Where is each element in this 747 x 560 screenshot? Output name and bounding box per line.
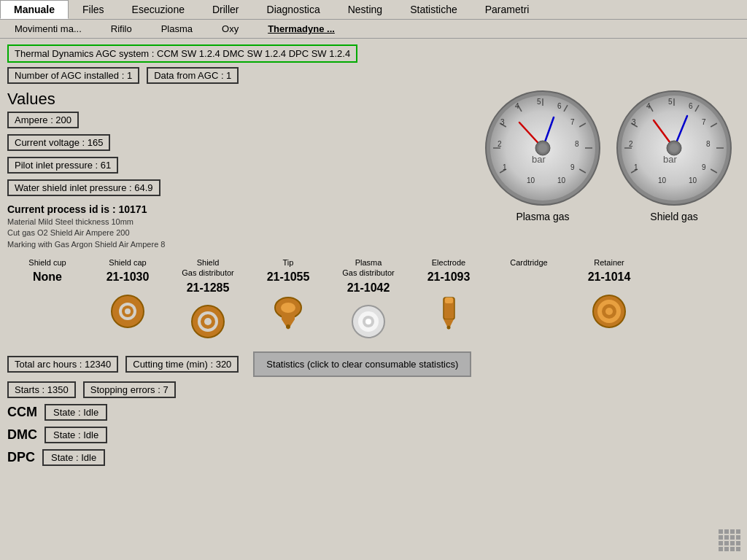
svg-text:1: 1 — [634, 163, 638, 171]
svg-text:1: 1 — [503, 163, 507, 171]
svg-rect-80 — [724, 529, 729, 534]
consumable-tip: Tip 21-1055 — [248, 257, 328, 344]
svg-rect-82 — [736, 529, 740, 534]
retainer-value: 21-1014 — [588, 271, 631, 284]
menu-diagnostica[interactable]: Diagnostica — [253, 0, 334, 19]
submenu-bar: Movimenti ma... Rifilo Plasma Oxy Therma… — [0, 20, 747, 39]
plasma-gas-icon — [347, 300, 390, 344]
svg-text:6: 6 — [557, 102, 562, 110]
svg-text:6: 6 — [689, 102, 693, 110]
svg-text:8: 8 — [575, 140, 579, 148]
main-content: Thermal Dynamics AGC system : CCM SW 1.2… — [0, 39, 747, 478]
svg-rect-72 — [445, 298, 453, 303]
submenu-thermadyne[interactable]: Thermadyne ... — [253, 21, 349, 36]
svg-text:3: 3 — [500, 118, 505, 126]
svg-text:5: 5 — [537, 98, 541, 106]
shield-gas-value: 21-1285 — [187, 281, 230, 295]
svg-rect-79 — [719, 529, 723, 534]
submenu-oxy[interactable]: Oxy — [207, 21, 253, 36]
process-id-text: Current process id is : 10171 — [7, 203, 470, 215]
consumable-shield-gas: Shield Gas distributor 21-1285 — [168, 257, 248, 344]
stopping-errors-box: Stopping errors : 7 — [83, 381, 176, 398]
tip-icon — [266, 289, 310, 333]
consumable-cardtridge: Cardtridge — [489, 257, 569, 344]
cardtridge-header: Cardtridge — [510, 257, 547, 268]
electrode-header: Electrode — [432, 257, 465, 268]
consumable-shield-cup: Shield cup None — [7, 257, 88, 344]
svg-point-65 — [281, 303, 295, 313]
menu-manuale[interactable]: Manuale — [0, 0, 69, 19]
svg-rect-92 — [724, 547, 729, 551]
svg-rect-84 — [724, 535, 729, 540]
svg-text:4: 4 — [646, 102, 651, 110]
grid-icon-container — [718, 529, 741, 554]
svg-text:7: 7 — [570, 118, 575, 126]
pilot-pressure-box: Pilot inlet pressure : 61 — [7, 157, 118, 174]
shield-gauge-container: 1 2 3 4 5 6 7 8 9 10 10 bar S — [616, 90, 732, 250]
menu-nesting[interactable]: Nesting — [334, 0, 396, 19]
svg-rect-94 — [736, 547, 740, 551]
svg-rect-81 — [730, 529, 735, 534]
shield-cup-icon — [26, 289, 69, 333]
svg-point-61 — [204, 318, 212, 325]
material-text: Material Mild Steel thickness 10mm — [7, 217, 470, 228]
shield-cap-header: Shield cap — [109, 257, 146, 268]
svg-rect-85 — [730, 535, 735, 540]
svg-text:2: 2 — [629, 140, 633, 148]
values-title: Values — [7, 90, 470, 109]
submenu-rifilo[interactable]: Rifilo — [96, 21, 147, 36]
menu-files[interactable]: Files — [69, 0, 118, 19]
marking-text: Marking with Gas Argon Shield Air Ampere… — [7, 239, 470, 250]
shield-gas-header: Shield Gas distributor — [182, 257, 234, 279]
svg-point-78 — [605, 308, 613, 315]
dmc-label: DMC — [7, 427, 37, 443]
submenu-plasma[interactable]: Plasma — [147, 21, 207, 36]
svg-point-57 — [125, 308, 131, 314]
clear-stats-button[interactable]: Statistics (click to clear consumable st… — [253, 351, 471, 377]
values-section: Values Ampere : 200 Current voltage : 16… — [7, 90, 740, 250]
states-section: CCM State : Idle DMC State : Idle DPC St… — [7, 404, 740, 466]
menu-statistiche[interactable]: Statistiche — [396, 0, 471, 19]
retainer-icon — [587, 289, 631, 333]
menu-esecuzione[interactable]: Esecuzione — [118, 0, 198, 19]
plasma-gauge-svg: 1 2 3 4 5 6 7 8 9 10 10 bar — [484, 90, 601, 206]
consumable-shield-cap: Shield cap 21-1030 — [88, 257, 168, 344]
svg-rect-91 — [719, 547, 723, 551]
dmc-state: State : Idle — [44, 427, 107, 443]
info-row: Number of AGC installed : 1 Data from AG… — [7, 67, 740, 84]
svg-point-26 — [539, 144, 546, 152]
water-shield-box: Water shield inlet pressure : 64.9 — [7, 179, 160, 196]
tip-value: 21-1055 — [267, 271, 310, 284]
menu-driller[interactable]: Driller — [198, 0, 253, 19]
svg-point-74 — [446, 325, 450, 329]
menu-parametri[interactable]: Parametri — [471, 0, 543, 19]
svg-rect-89 — [730, 541, 735, 545]
consumable-electrode: Electrode 21-1093 — [409, 257, 489, 344]
cardtridge-icon — [507, 276, 551, 320]
plasma-gauge-label: Plasma gas — [516, 211, 569, 222]
ccm-state: State : Idle — [44, 404, 107, 421]
svg-text:10: 10 — [689, 176, 697, 184]
plasma-gas-header: Plasma Gas distributor — [342, 257, 395, 279]
dpc-label: DPC — [7, 450, 35, 465]
consumables-grid: Shield cup None Shield cap 21-1030 Sh — [7, 257, 740, 344]
svg-text:4: 4 — [515, 102, 519, 110]
system-banner: Thermal Dynamics AGC system : CCM SW 1.2… — [7, 44, 357, 63]
shield-gas-icon — [186, 300, 230, 344]
shield-cap-icon — [106, 289, 150, 333]
svg-point-70 — [365, 319, 371, 324]
electrode-value: 21-1093 — [427, 271, 471, 284]
svg-text:8: 8 — [706, 140, 711, 148]
svg-point-53 — [670, 144, 678, 152]
svg-text:10: 10 — [658, 176, 667, 184]
retainer-header: Retainer — [594, 257, 624, 268]
shield-gauge-svg: 1 2 3 4 5 6 7 8 9 10 10 bar — [616, 90, 732, 206]
ampere-box: Ampere : 200 — [7, 112, 79, 128]
svg-text:7: 7 — [702, 118, 706, 126]
svg-text:9: 9 — [570, 163, 575, 171]
plasma-gas-value: 21-1042 — [347, 281, 390, 295]
data-from-agc-box: Data from AGC : 1 — [147, 67, 239, 84]
stats-row: Total arc hours : 12340 Cutting time (mi… — [7, 351, 740, 377]
submenu-movimenti[interactable]: Movimenti ma... — [0, 21, 96, 36]
ccm-row: CCM State : Idle — [7, 404, 740, 421]
